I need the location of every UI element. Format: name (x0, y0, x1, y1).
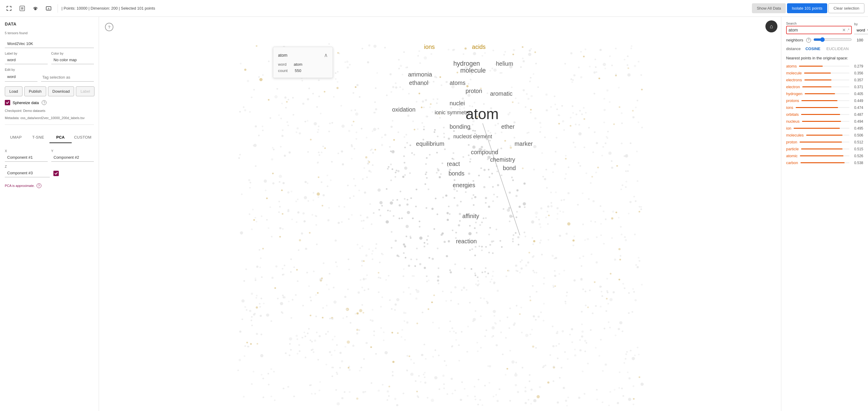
nearest-word[interactable]: atoms (786, 64, 797, 68)
nearest-word[interactable]: carbon (786, 160, 798, 165)
show-all-button[interactable]: Show All Data (752, 3, 786, 13)
svg-point-848 (487, 273, 489, 274)
dataset-select[interactable]: Word2Vec 10K (5, 39, 94, 48)
svg-point-1076 (515, 265, 517, 267)
svg-point-596 (259, 78, 263, 81)
night-mode-icon[interactable] (17, 3, 28, 14)
nearest-word[interactable]: hydrogen (786, 91, 802, 96)
svg-point-1281 (611, 217, 613, 219)
scatter-canvas[interactable]: ? ⌂ ions acids hydrogen helium ammonia m… (99, 17, 781, 411)
z-select[interactable]: Component #3 (5, 169, 50, 177)
tab-custom[interactable]: CUSTOM (72, 132, 94, 143)
nearest-item: orbitals 0.487 (786, 112, 863, 117)
publish-button[interactable]: Publish (24, 86, 46, 96)
svg-point-975 (539, 122, 541, 124)
edit-tag-row: Edit by word (5, 68, 94, 82)
svg-point-1206 (533, 315, 535, 317)
sphereize-checkbox[interactable] (5, 100, 10, 105)
color-by-select[interactable]: No color map (51, 56, 94, 64)
svg-point-78 (543, 303, 545, 304)
svg-point-103 (595, 66, 596, 68)
svg-point-1154 (505, 374, 506, 376)
svg-point-281 (493, 50, 494, 51)
divider (5, 124, 94, 125)
svg-point-944 (317, 359, 319, 360)
svg-point-771 (351, 110, 352, 111)
svg-point-312 (625, 186, 626, 188)
svg-point-459 (356, 244, 358, 245)
label-button[interactable]: Label (76, 86, 94, 96)
svg-point-490 (403, 275, 404, 277)
tab-tsne[interactable]: T-SNE (27, 132, 49, 143)
nearest-word[interactable]: nucleus (786, 119, 800, 124)
sphereize-help-icon[interactable]: ? (42, 100, 46, 105)
tag-input[interactable] (41, 73, 94, 82)
svg-point-1141 (592, 151, 594, 153)
toggle-icon[interactable] (30, 3, 41, 14)
by-select[interactable]: word (854, 26, 868, 34)
svg-point-328 (490, 70, 491, 71)
svg-point-581 (509, 145, 511, 146)
nearest-word[interactable]: particle (786, 147, 799, 151)
popup-close-button[interactable]: ∧ (324, 52, 328, 59)
svg-point-1232 (464, 268, 465, 269)
nearest-word[interactable]: electron (786, 85, 800, 89)
load-button[interactable]: Load (5, 86, 23, 96)
nearest-word[interactable]: electrons (786, 78, 802, 82)
scatter-plot[interactable]: ions acids hydrogen helium ammonia molec… (99, 17, 781, 411)
nearest-word[interactable]: ion (786, 126, 791, 130)
search-clear-icon[interactable]: ✕ (842, 28, 846, 32)
svg-point-974 (379, 201, 383, 204)
svg-point-703 (395, 83, 397, 84)
svg-point-1172 (505, 337, 506, 339)
neighbors-help-icon[interactable]: ? (806, 38, 811, 42)
neighbors-slider[interactable] (813, 37, 852, 42)
label-icon[interactable]: A (43, 3, 54, 14)
nearest-val: 0.512 (852, 140, 863, 144)
home-button[interactable]: ⌂ (766, 21, 777, 32)
search-regex-icon[interactable]: .* (847, 28, 849, 32)
svg-point-213 (416, 248, 417, 249)
selection-icon[interactable] (4, 3, 14, 14)
svg-point-1092 (289, 343, 291, 345)
svg-point-84 (527, 98, 529, 100)
nearest-word[interactable]: protons (786, 98, 799, 103)
tab-umap[interactable]: UMAP (5, 132, 27, 143)
edit-by-select[interactable]: word (5, 72, 37, 82)
x-select[interactable]: Component #1 (5, 153, 48, 162)
pca-help-icon[interactable]: ? (37, 183, 41, 188)
search-input[interactable] (788, 28, 841, 32)
svg-point-468 (477, 276, 478, 278)
tab-pca[interactable]: PCA (50, 132, 72, 143)
svg-point-636 (579, 339, 581, 341)
svg-point-1192 (523, 182, 525, 184)
svg-point-1457 (356, 332, 359, 334)
nearest-word[interactable]: proton (786, 140, 797, 144)
svg-point-1462 (282, 295, 283, 296)
nearest-word[interactable]: ions (786, 105, 793, 110)
label-by-select[interactable]: word (5, 56, 48, 64)
svg-point-133 (318, 125, 319, 127)
clear-selection-button[interactable]: Clear selection (829, 3, 864, 13)
nearest-word[interactable]: atomic (786, 154, 798, 158)
svg-point-268 (291, 191, 292, 192)
download-button[interactable]: Download (48, 86, 74, 96)
svg-point-1173 (553, 345, 555, 347)
help-circle[interactable]: ? (105, 23, 113, 31)
svg-point-1248 (611, 64, 613, 66)
svg-point-1363 (368, 161, 370, 163)
nearest-word[interactable]: molecules (786, 133, 804, 138)
svg-point-1065 (472, 146, 476, 149)
svg-point-1282 (612, 211, 614, 213)
nearest-word[interactable]: molecule (786, 71, 802, 75)
svg-rect-5 (7, 9, 7, 11)
nearest-word[interactable]: orbitals (786, 112, 799, 117)
z-checkbox[interactable] (53, 171, 59, 176)
euclidean-option[interactable]: EUCLIDEAN (825, 46, 850, 52)
svg-point-1307 (635, 107, 637, 108)
isolate-button[interactable]: Isolate 101 points (787, 3, 827, 13)
svg-point-1199 (258, 249, 260, 251)
cosine-option[interactable]: COSINE (804, 46, 822, 52)
y-select[interactable]: Component #2 (51, 153, 94, 162)
svg-point-723 (497, 123, 499, 124)
